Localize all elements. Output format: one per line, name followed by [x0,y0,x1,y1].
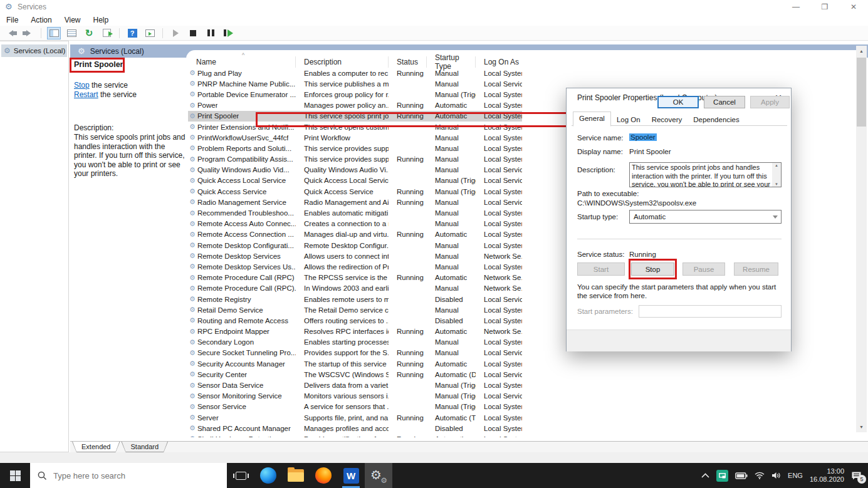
start-button[interactable] [0,463,30,488]
taskbar-edge-button[interactable] [254,463,282,488]
show-console-tree-icon[interactable] [47,27,61,39]
menu-file[interactable]: File [0,16,24,24]
clock[interactable]: 13:00 16.08.2020 [810,467,844,484]
pause-button[interactable]: Pause [682,262,725,276]
table-row[interactable]: ⚙PNRP Machine Name Public...This service… [188,78,522,89]
table-row[interactable]: ⚙Print SpoolerThis service spools print … [188,111,522,122]
table-row[interactable]: ⚙Shared PC Account ManagerManages profil… [188,423,522,433]
column-header-startup-type[interactable]: Startup Type [427,56,476,68]
taskbar-word-button[interactable]: W [337,463,365,488]
table-row[interactable]: ⚙Remote Desktop Services Us...Allows the… [188,261,522,272]
menu-view[interactable]: View [58,16,87,24]
maximize-button[interactable]: ❐ [810,0,839,14]
language-indicator[interactable]: ENG [788,472,803,479]
column-header-description[interactable]: Description [296,56,389,68]
close-button[interactable]: ✕ [839,0,868,14]
search-input[interactable] [53,471,204,480]
table-row[interactable]: ⚙Remote Desktop ServicesAllows users to … [188,251,522,261]
wifi-icon[interactable] [755,472,765,479]
table-row[interactable]: ⚙Quick Access ServiceQuick Access Servic… [188,186,522,197]
show-popup-window-icon[interactable] [143,27,157,39]
table-row[interactable]: ⚙Remote Access Connection ...Manages dia… [188,229,522,240]
table-row[interactable]: ⚙Quick Access Local ServiceQuick Access … [188,175,522,186]
table-row[interactable]: ⚙RPC Endpoint MapperResolves RPC interfa… [188,326,522,337]
table-row[interactable]: ⚙Program Compatibility Assis...This serv… [188,154,522,165]
taskbar-services-button[interactable]: ⚙⚙ [365,463,392,488]
battery-icon[interactable] [735,472,748,479]
table-row[interactable]: ⚙Radio Management ServiceRadio Managemen… [188,197,522,207]
table-row[interactable]: ⚙Security CenterThe WSCSVC (Windows Se..… [188,369,522,380]
refresh-icon[interactable]: ↻ [82,27,96,39]
table-row[interactable]: ⚙Quality Windows Audio Vid...Quality Win… [188,165,522,175]
table-row[interactable]: ⚙Secure Socket Tunneling Pro...Provides … [188,348,522,358]
column-header-status[interactable]: Status [389,56,427,68]
table-row[interactable]: ⚙Secondary LogonEnables starting process… [188,337,522,348]
stop-service-link[interactable]: Stop [74,81,90,90]
properties-icon[interactable] [65,27,78,39]
restart-service-link[interactable]: Restart [74,90,98,99]
action-center-button[interactable]: 5 [851,471,862,480]
startup-type-dropdown[interactable]: Automatic [629,210,782,224]
minimize-button[interactable]: — [782,0,810,14]
volume-icon[interactable] [771,472,781,479]
tab-dependencies[interactable]: Dependencies [688,113,745,127]
tab-extended[interactable]: Extended [73,442,119,452]
tab-general[interactable]: General [573,112,611,127]
forward-icon[interactable] [21,27,35,39]
scrollbar-thumb[interactable] [857,58,866,127]
menu-help[interactable]: Help [87,16,115,24]
column-header-log-on-as[interactable]: Log On As [476,56,522,68]
vertical-scrollbar[interactable]: ▲ ▼ [856,46,867,432]
column-header-name[interactable]: Name^ [188,56,296,68]
taskbar-firefox-button[interactable] [310,463,337,488]
table-row[interactable]: ⚙Recommended Troubleshoo...Enables autom… [188,207,522,218]
task-view-button[interactable] [227,463,254,488]
service-cell: Manual [427,338,476,346]
tree-item-services-local[interactable]: ⚙ Services (Local) [1,44,67,57]
restart-service-icon[interactable] [221,27,235,39]
table-row[interactable]: ⚙Sensor ServiceA service for sensors tha… [188,402,522,412]
start-service-icon[interactable] [169,27,182,39]
table-row[interactable]: ⚙Problem Reports and Soluti...This servi… [188,143,522,153]
tab-standard[interactable]: Standard [122,442,167,452]
stop-service-icon[interactable] [186,27,200,39]
start-parameters-input[interactable] [639,305,782,318]
table-row[interactable]: ⚙Routing and Remote AccessOffers routing… [188,315,522,326]
table-row[interactable]: ⚙Remote Desktop Configurati...Remote Des… [188,240,522,251]
table-row[interactable]: ⚙Shell Hardware DetectionProvides notifi… [188,433,522,437]
resume-button[interactable]: Resume [734,262,778,276]
tab-recovery[interactable]: Recovery [646,113,688,127]
table-row[interactable]: ⚙Remote Procedure Call (RPC)The RPCSS se… [188,273,522,283]
table-row[interactable]: ⚙ServerSupports file, print, and na...Ru… [188,412,522,423]
table-row[interactable]: ⚙Plug and PlayEnables a computer to rec.… [188,68,522,78]
taskbar-search[interactable] [30,463,227,488]
export-list-icon[interactable] [100,27,113,39]
table-row[interactable]: ⚙Remote Procedure Call (RPC)...In Window… [188,283,522,294]
table-row[interactable]: ⚙PowerManages power policy an...RunningA… [188,100,522,111]
table-row[interactable]: ⚙Sensor Data ServiceDelivers data from a… [188,380,522,390]
table-row[interactable]: ⚙Security Accounts ManagerThe startup of… [188,358,522,369]
table-row[interactable]: ⚙Portable Device Enumerator ...Enforces … [188,89,522,100]
scroll-down-icon[interactable]: ▼ [856,422,867,432]
scroll-up-icon[interactable]: ▲ [856,46,867,56]
table-row[interactable]: ⚙Remote Access Auto Connec...Creates a c… [188,219,522,229]
ok-button[interactable]: OK [657,96,699,108]
help-icon[interactable]: ? [125,27,139,39]
chevron-up-icon[interactable] [701,473,709,478]
table-row[interactable]: ⚙Printer Extensions and Notifi...This se… [188,122,522,132]
description-textbox[interactable]: This service spools print jobs and handl… [629,162,782,187]
pause-service-icon[interactable] [204,27,217,39]
textbox-scrollbar[interactable] [772,163,781,187]
menu-action[interactable]: Action [24,16,58,24]
table-row[interactable]: ⚙Remote RegistryEnables remote users to … [188,294,522,304]
screen-share-tray-icon[interactable] [716,470,728,482]
tab-log-on[interactable]: Log On [611,113,646,127]
taskbar-explorer-button[interactable] [282,463,310,488]
table-row[interactable]: ⚙Retail Demo ServiceThe Retail Demo serv… [188,304,522,315]
cancel-button[interactable]: Cancel [704,96,745,108]
table-row[interactable]: ⚙PrintWorkflowUserSvc_44fcfPrint Workflo… [188,132,522,143]
back-icon[interactable] [4,27,18,39]
start-button[interactable]: Start [577,262,625,276]
apply-button[interactable]: Apply [750,96,790,108]
table-row[interactable]: ⚙Sensor Monitoring ServiceMonitors vario… [188,391,522,402]
